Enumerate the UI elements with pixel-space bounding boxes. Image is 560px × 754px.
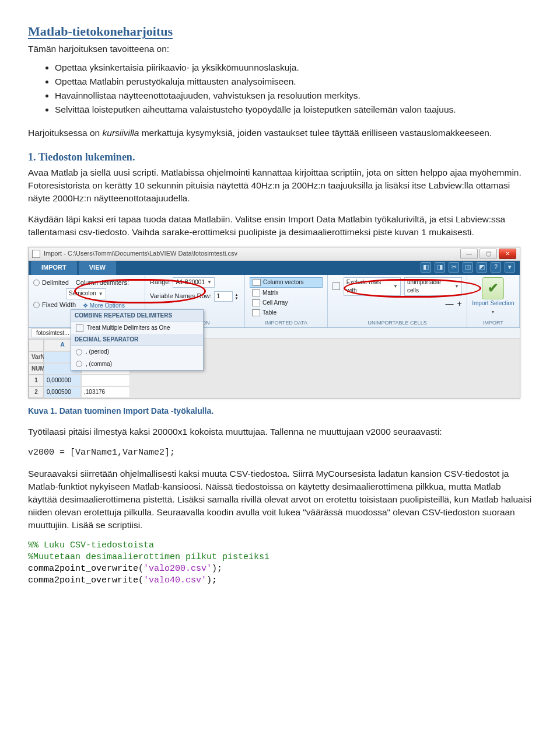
- exclude-action-select[interactable]: Exclude rows with▼: [344, 277, 401, 296]
- remove-row-button[interactable]: —: [446, 298, 454, 310]
- minimize-button[interactable]: —: [460, 249, 478, 259]
- popup-treat-row[interactable]: Treat Multiple Delimiters as One: [71, 322, 203, 334]
- intro-line: Tämän harjoituksen tavoitteena on:: [28, 43, 532, 55]
- window-titlebar: Import - C:\Users\Tommi\Documents\LabVIE…: [29, 247, 520, 261]
- col-delimiters-label: Column delimiters:: [76, 278, 129, 288]
- italic-note: Harjoituksessa on kursiivilla merkattuja…: [28, 127, 532, 139]
- type-matrix[interactable]: Matrix: [250, 288, 323, 298]
- italic-note-post: merkattuja kysymyksiä, joiden vastaukset…: [139, 128, 492, 138]
- type-cell-array[interactable]: Cell Array: [250, 298, 323, 308]
- section-1-title: 1. Tiedoston lukeminen.: [28, 150, 532, 165]
- popup-period-row[interactable]: . (period): [71, 346, 203, 358]
- code-comment: %% Luku CSV-tiedostoista: [28, 540, 154, 550]
- bullet-list: Opettaa yksinkertaisia piirikaavio- ja y…: [28, 61, 532, 116]
- varnames-label: Variable Names Row:: [150, 292, 212, 301]
- code-text: comma2point_overwrite(: [28, 564, 144, 574]
- exclude-value-select[interactable]: unimportable cells▼: [404, 277, 462, 296]
- more-options-link[interactable]: ❖ More Options: [83, 302, 125, 310]
- stepper-down-icon[interactable]: ▼: [235, 296, 239, 300]
- code-text: comma2point_overwrite(: [28, 575, 144, 585]
- code-string: 'valo200.csv': [144, 564, 212, 574]
- output-type-list: Column vectors Matrix Cell Array Table: [250, 277, 323, 318]
- table-icon: [252, 309, 260, 316]
- cell-r1c1[interactable]: 0,000000: [44, 375, 81, 386]
- import-selection-button[interactable]: ✔: [482, 277, 504, 299]
- import-selection-label: Import Selection ▾: [472, 299, 514, 316]
- radio-fixed[interactable]: [33, 302, 40, 308]
- maximize-button[interactable]: ▢: [480, 249, 497, 259]
- italic-note-pre: Harjoituksessa on: [28, 128, 103, 138]
- ql-icon[interactable]: ◧: [421, 262, 431, 273]
- tab-import[interactable]: IMPORT: [31, 261, 77, 275]
- add-row-button[interactable]: +: [457, 298, 462, 310]
- code-string: 'valo40.csv': [144, 575, 206, 585]
- code-text: );: [212, 564, 222, 574]
- page-title: Matlab-tietokoneharjoitus: [28, 22, 532, 40]
- ql-cut-icon[interactable]: ✂: [449, 262, 459, 273]
- tab-view[interactable]: VIEW: [79, 261, 116, 275]
- matrix-icon: [252, 289, 260, 296]
- bullet-item: Opettaa Matlabin perustyökaluja mittaust…: [55, 75, 532, 88]
- window-title: Import - C:\Users\Tommi\Documents\LabVIE…: [44, 249, 237, 259]
- bullet-item: Opettaa yksinkertaisia piirikaavio- ja y…: [55, 61, 532, 74]
- radio-fixed-label: Fixed Width: [42, 301, 76, 310]
- group-label-imported: IMPORTED DATA: [250, 318, 323, 327]
- code-text: );: [206, 575, 217, 585]
- popup-comma-row[interactable]: , (comma): [71, 358, 203, 370]
- range-label: Range:: [150, 278, 170, 287]
- chevron-down-icon: ▼: [393, 283, 398, 289]
- chevron-down-icon: ▼: [454, 283, 459, 289]
- dropdown-icon[interactable]: ▾: [505, 262, 515, 273]
- radio-delimited-label: Delimited: [42, 278, 69, 288]
- type-table[interactable]: Table: [250, 308, 323, 317]
- close-button[interactable]: ✕: [499, 249, 516, 259]
- ql-icon[interactable]: ◩: [477, 262, 487, 273]
- sheet-tab[interactable]: fotosimtest...: [31, 329, 75, 337]
- popup-combine-header: COMBINE REPEATED DELIMITERS: [71, 310, 203, 322]
- ql-icon[interactable]: ◫: [463, 262, 473, 273]
- group-label-import: IMPORT: [483, 318, 503, 327]
- varnames-field[interactable]: 1: [214, 291, 233, 302]
- bullet-item: Selvittää loisteputken aiheuttama valais…: [55, 103, 532, 116]
- row-1-header: 1: [29, 375, 44, 386]
- italic-note-em: kursiivilla: [103, 128, 139, 138]
- ribbon-tabs: IMPORT VIEW ◧ ◨ ✂ ◫ ◩ ? ▾: [29, 261, 520, 275]
- row-2-header: 2: [29, 386, 44, 398]
- section-1-p2: Käydään läpi kaksi eri tapaa tuoda dataa…: [28, 213, 532, 239]
- after-fig-p1: Työtilaasi pitäisi ilmestyä kaksi 20000x…: [28, 425, 532, 438]
- cell-r2c2[interactable]: ,103176: [81, 386, 130, 398]
- radio-comma[interactable]: [76, 361, 82, 367]
- after-code-p: Seuraavaksi siirretään ohjelmallisesti k…: [28, 467, 532, 532]
- number-header: NUMBER: [29, 363, 44, 375]
- popup-decimal-header: DECIMAL SEPARATOR: [71, 334, 203, 346]
- code-comment: %Muutetaan desimaalierottimen pilkut pis…: [28, 552, 270, 562]
- checkbox-icon[interactable]: [76, 324, 83, 332]
- radio-delimited[interactable]: [33, 280, 40, 286]
- figure-caption: Kuva 1. Datan tuominen Import Data -työk…: [28, 406, 532, 417]
- cell-r2c1[interactable]: 0,000500: [44, 386, 81, 398]
- range-field[interactable]: A1:B20001▼: [173, 277, 214, 288]
- chevron-down-icon: ▼: [207, 279, 212, 285]
- bullet-item: Havainnollistaa näytteenottotaajuuden, v…: [55, 89, 532, 102]
- radio-period[interactable]: [76, 349, 82, 355]
- group-label-unimportable: UNIMPORTABLE CELLS: [332, 318, 462, 327]
- delimiter-options-popup: COMBINE REPEATED DELIMITERS Treat Multip…: [71, 309, 204, 371]
- document-icon: [32, 250, 40, 258]
- chevron-down-icon: ▾: [492, 309, 494, 315]
- varname-header: VarName: [29, 351, 44, 363]
- ql-icon[interactable]: ◨: [435, 262, 445, 273]
- delimiter-select[interactable]: Semicolon▼: [66, 288, 106, 299]
- code-block: %% Luku CSV-tiedostoista %Muutetaan desi…: [28, 540, 532, 587]
- chevron-down-icon: ▼: [99, 291, 103, 297]
- section-1-p1: Avaa Matlab ja siellä uusi scripti. Matl…: [28, 166, 532, 205]
- cell-array-icon: [252, 299, 260, 306]
- type-column-vectors[interactable]: Column vectors: [250, 277, 323, 288]
- help-icon[interactable]: ?: [491, 262, 501, 273]
- column-vectors-icon: [253, 279, 261, 286]
- exclude-check[interactable]: [332, 282, 340, 290]
- import-window: Import - C:\Users\Tommi\Documents\LabVIE…: [28, 247, 520, 399]
- code-inline: v2000 = [VarName1,VarName2];: [28, 446, 532, 459]
